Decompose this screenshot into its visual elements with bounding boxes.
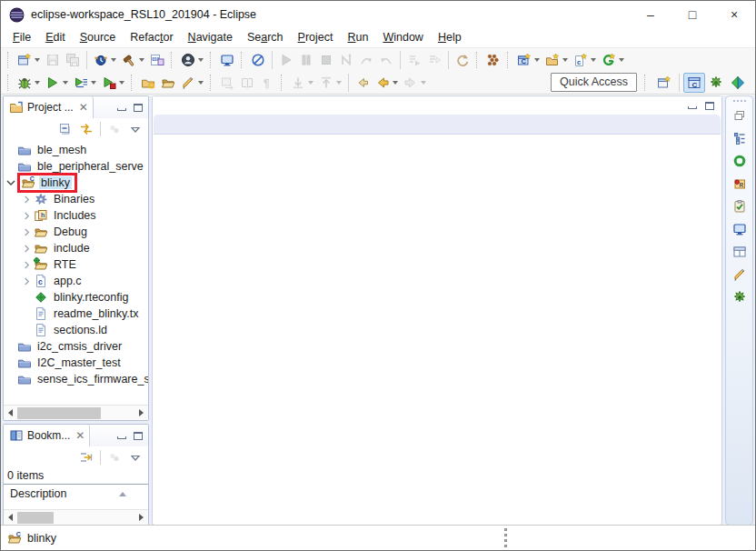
close-button[interactable]: × <box>713 1 755 28</box>
build-button[interactable] <box>119 50 147 70</box>
back-history-button[interactable] <box>373 73 401 93</box>
menu-file[interactable]: File <box>5 29 38 46</box>
user-account-button[interactable] <box>178 50 206 70</box>
menu-window[interactable]: Window <box>375 29 430 46</box>
dropdown-arrow-icon[interactable] <box>63 81 68 85</box>
search-view-button[interactable] <box>729 263 751 286</box>
run-configurations-button[interactable] <box>71 73 99 93</box>
chevron-collapsed-icon[interactable] <box>20 241 34 255</box>
tree-item-app-c[interactable]: capp.c <box>20 273 148 289</box>
remote-console-button[interactable] <box>217 50 237 70</box>
tree-item-rte[interactable]: RTE <box>20 256 148 273</box>
c-cpp-perspective-button[interactable]: C <box>683 73 705 93</box>
tasks-view-button[interactable] <box>729 195 751 217</box>
coverage-button[interactable] <box>99 73 127 93</box>
close-icon[interactable]: ✕ <box>79 101 88 114</box>
restart-button[interactable] <box>453 50 472 70</box>
scrollbar-thumb[interactable] <box>17 512 54 524</box>
maximize-button[interactable]: □ <box>671 1 713 28</box>
dropdown-arrow-icon[interactable] <box>198 58 204 62</box>
disconnect-button[interactable] <box>336 50 356 70</box>
tree-item-include[interactable]: include <box>20 240 148 256</box>
filters-button[interactable] <box>104 120 124 138</box>
forward-history-button[interactable] <box>401 73 429 93</box>
description-column-header[interactable]: Description <box>4 485 148 502</box>
dropdown-arrow-icon[interactable] <box>111 58 116 62</box>
scrollbar-thumb[interactable] <box>17 407 101 419</box>
new-code-wizard-button[interactable] <box>599 50 627 70</box>
skip-all-breakpoints-button[interactable] <box>248 50 268 70</box>
menu-edit[interactable]: Edit <box>38 29 73 46</box>
new-source-file-button[interactable]: c <box>571 50 599 70</box>
dropdown-arrow-icon[interactable] <box>591 58 596 62</box>
suspend-button[interactable] <box>296 50 316 70</box>
menu-search[interactable]: Search <box>240 29 291 46</box>
restore-views-button[interactable] <box>729 104 751 126</box>
sash-handle-icon[interactable] <box>504 528 507 547</box>
project-explorer-tab[interactable]: Project ... ✕ <box>4 96 94 118</box>
chevron-collapsed-icon[interactable] <box>20 257 34 272</box>
pack-manager-button[interactable] <box>483 50 503 70</box>
maximize-view-button[interactable] <box>134 432 143 440</box>
dropdown-arrow-icon[interactable] <box>91 81 96 85</box>
menu-help[interactable]: Help <box>431 29 469 46</box>
build-all-binaries-button[interactable]: 010 <box>147 50 167 70</box>
dropdown-arrow-icon[interactable] <box>619 58 624 62</box>
tree-item-simple-uart[interactable]: simple_UART <box>4 387 148 388</box>
dropdown-arrow-icon[interactable] <box>421 81 426 85</box>
tree-item-binaries[interactable]: Binaries <box>20 191 148 207</box>
last-edit-location-button[interactable] <box>353 73 373 93</box>
menu-run[interactable]: Run <box>340 29 375 46</box>
new-c-project-button[interactable]: C <box>514 50 542 70</box>
terminate-button[interactable] <box>316 50 336 70</box>
link-with-editor-button[interactable] <box>76 120 96 138</box>
debug-perspective-button[interactable] <box>705 73 727 93</box>
tree-item-blinky-rteconfig[interactable]: blinky.rteconfig <box>20 289 148 306</box>
step-over-button[interactable] <box>376 50 396 70</box>
tree-item-readme-blinky-tx[interactable]: readme_blinky.tx <box>20 306 148 322</box>
dropdown-arrow-icon[interactable] <box>139 58 144 62</box>
minimize-view-button[interactable] <box>117 108 126 111</box>
dropdown-arrow-icon[interactable] <box>35 58 40 62</box>
maximize-editor-button[interactable] <box>705 102 714 110</box>
dropdown-arrow-icon[interactable] <box>336 81 342 85</box>
outline-view-button[interactable] <box>729 126 751 149</box>
chevron-expanded-icon[interactable] <box>4 175 17 190</box>
scroll-right-icon[interactable] <box>134 510 148 526</box>
menu-project[interactable]: Project <box>291 29 341 46</box>
dropdown-arrow-icon[interactable] <box>119 81 124 85</box>
tree-item-debug[interactable]: Debug <box>20 224 148 240</box>
scroll-left-icon[interactable] <box>4 406 17 421</box>
show-whitespace-button[interactable]: ¶ <box>257 73 277 93</box>
save-all-button[interactable] <box>63 50 83 70</box>
dropdown-arrow-icon[interactable] <box>562 58 568 62</box>
scroll-right-icon[interactable] <box>134 406 148 421</box>
link-with-editor-button[interactable] <box>217 73 237 93</box>
new-source-folder-button[interactable] <box>542 50 571 70</box>
instruction-stepping-button[interactable] <box>404 50 424 70</box>
previous-annotation-button[interactable] <box>316 73 344 93</box>
open-perspective-button[interactable] <box>653 73 675 93</box>
quick-access-box[interactable]: Quick Access <box>551 73 637 92</box>
debug-button[interactable] <box>15 73 43 93</box>
maximize-view-button[interactable] <box>134 104 143 112</box>
close-icon[interactable]: ✕ <box>75 429 85 442</box>
tree-item-i2c-master-test[interactable]: I2C_master_test <box>4 355 148 371</box>
next-annotation-button[interactable] <box>288 73 316 93</box>
strip-drag-handle-icon[interactable] <box>733 100 746 102</box>
open-declaration-button[interactable] <box>237 73 257 93</box>
minimize-editor-button[interactable] <box>688 106 697 109</box>
tree-item-blinky[interactable]: Cblinky <box>4 175 148 191</box>
chevron-collapsed-icon[interactable] <box>20 208 34 223</box>
open-projects-button[interactable] <box>158 73 178 93</box>
collapse-all-button[interactable] <box>55 120 75 138</box>
breakpoints-view-button[interactable] <box>729 149 751 172</box>
menu-navigate[interactable]: Navigate <box>181 29 240 46</box>
pack-perspective-button[interactable] <box>727 73 749 93</box>
flash-from-file-button[interactable] <box>91 50 119 70</box>
chevron-collapsed-icon[interactable] <box>20 192 34 206</box>
tree-item-ble-mesh[interactable]: ble_mesh <box>4 142 148 158</box>
chevron-collapsed-icon[interactable] <box>20 225 34 239</box>
horizontal-scrollbar[interactable] <box>4 509 148 525</box>
resume-button[interactable] <box>276 50 296 70</box>
